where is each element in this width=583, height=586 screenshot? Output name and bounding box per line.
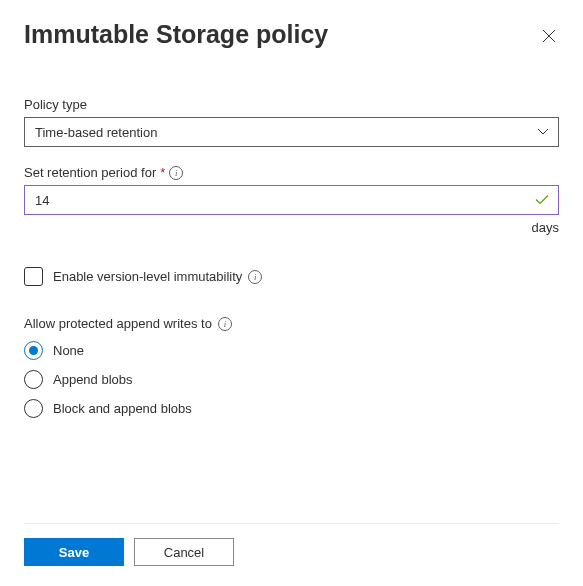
radio-option-none[interactable]: None (24, 341, 559, 360)
footer: Save Cancel (24, 523, 559, 566)
cancel-button[interactable]: Cancel (134, 538, 234, 566)
info-icon[interactable]: i (248, 270, 262, 284)
retention-field: Set retention period for * i days (24, 165, 559, 235)
radio-button[interactable] (24, 399, 43, 418)
close-icon (542, 29, 556, 43)
radio-option-append-blobs[interactable]: Append blobs (24, 370, 559, 389)
info-icon[interactable]: i (169, 166, 183, 180)
radio-button[interactable] (24, 370, 43, 389)
radio-label: None (53, 343, 84, 358)
radio-button[interactable] (24, 341, 43, 360)
close-button[interactable] (539, 26, 559, 46)
retention-input[interactable] (24, 185, 559, 215)
append-writes-label: Allow protected append writes to (24, 316, 212, 331)
save-button[interactable]: Save (24, 538, 124, 566)
retention-unit: days (24, 220, 559, 235)
policy-type-field: Policy type Time-based retention (24, 97, 559, 147)
version-level-label: Enable version-level immutability (53, 269, 242, 284)
version-level-row[interactable]: Enable version-level immutability i (24, 267, 559, 286)
radio-option-block-append-blobs[interactable]: Block and append blobs (24, 399, 559, 418)
version-level-checkbox[interactable] (24, 267, 43, 286)
retention-label: Set retention period for (24, 165, 156, 180)
policy-type-select[interactable]: Time-based retention (24, 117, 559, 147)
append-writes-group: Allow protected append writes to i None … (24, 316, 559, 428)
policy-type-label: Policy type (24, 97, 559, 112)
radio-label: Block and append blobs (53, 401, 192, 416)
radio-label: Append blobs (53, 372, 133, 387)
required-indicator: * (160, 165, 165, 180)
panel-title: Immutable Storage policy (24, 20, 328, 49)
info-icon[interactable]: i (218, 317, 232, 331)
